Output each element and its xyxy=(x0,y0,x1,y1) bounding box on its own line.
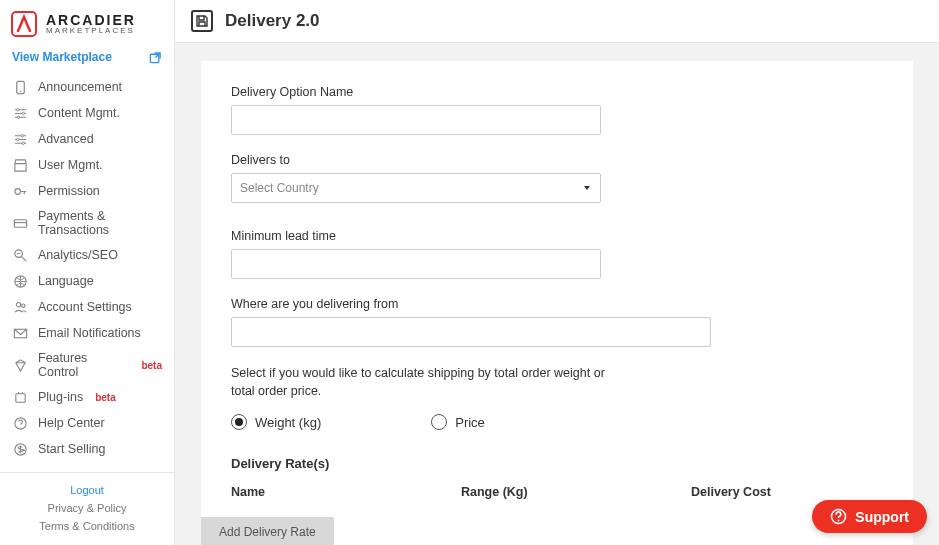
sidebar-item-label: Payments & Transactions xyxy=(38,209,162,237)
delivers-to-select[interactable]: Select Country xyxy=(231,173,601,203)
radio-price[interactable]: Price xyxy=(431,414,485,430)
chevron-down-icon xyxy=(582,183,592,193)
help-icon xyxy=(830,508,847,525)
delivery-option-name-label: Delivery Option Name xyxy=(231,85,883,99)
sidebar-item-account-settings[interactable]: Account Settings xyxy=(0,294,174,320)
support-button[interactable]: Support xyxy=(812,500,927,533)
calc-radio-group: Weight (kg) Price xyxy=(231,414,883,430)
sidebar-item-label: Features Control xyxy=(38,351,129,379)
support-label: Support xyxy=(855,509,909,525)
svg-rect-17 xyxy=(15,393,24,401)
sidebar-item-label: Help Center xyxy=(38,416,105,430)
sidebar-item-announcement[interactable]: Announcement xyxy=(0,74,174,100)
key-icon xyxy=(12,183,28,199)
terms-link[interactable]: Terms & Conditions xyxy=(0,517,174,535)
page-title: Delivery 2.0 xyxy=(225,11,320,31)
sidebar-item-analytics[interactable]: Analytics/SEO xyxy=(0,242,174,268)
sliders-icon xyxy=(12,105,28,121)
sidebar-item-help-center[interactable]: Help Center xyxy=(0,410,174,436)
sidebar-nav: Announcement Content Mgmt. Advanced User… xyxy=(0,74,174,472)
sidebar-item-label: Analytics/SEO xyxy=(38,248,118,262)
svg-point-10 xyxy=(14,188,20,194)
external-link-icon xyxy=(149,51,162,64)
sidebar-item-email-notifications[interactable]: Email Notifications xyxy=(0,320,174,346)
min-lead-time-input[interactable] xyxy=(231,249,601,279)
sidebar-item-label: User Mgmt. xyxy=(38,158,103,172)
delivers-to-label: Delivers to xyxy=(231,153,883,167)
phone-icon xyxy=(12,79,28,95)
sliders-icon xyxy=(12,131,28,147)
brand-logo: ARCADIER MARKETPLACES xyxy=(0,0,174,44)
sidebar-item-advanced[interactable]: Advanced xyxy=(0,126,174,152)
delivery-form-card: Delivery Option Name Delivers to Select … xyxy=(201,61,913,545)
card-icon xyxy=(12,215,28,231)
radio-price-label: Price xyxy=(455,415,485,430)
sidebar: ARCADIER MARKETPLACES View Marketplace A… xyxy=(0,0,175,545)
sidebar-item-label: Advanced xyxy=(38,132,94,146)
svg-point-15 xyxy=(21,303,24,306)
svg-point-14 xyxy=(16,302,20,306)
svg-point-8 xyxy=(16,138,18,140)
svg-point-3 xyxy=(19,90,21,92)
min-lead-time-label: Minimum lead time xyxy=(231,229,883,243)
sidebar-item-features-control[interactable]: Features Control beta xyxy=(0,346,174,384)
sidebar-item-label: Announcement xyxy=(38,80,122,94)
radio-weight-label: Weight (kg) xyxy=(255,415,321,430)
add-delivery-rate-button[interactable]: Add Delivery Rate xyxy=(201,517,334,545)
rates-col-cost: Delivery Cost xyxy=(691,485,883,499)
radio-weight[interactable]: Weight (kg) xyxy=(231,414,321,430)
sidebar-item-user-mgmt[interactable]: User Mgmt. xyxy=(0,152,174,178)
view-marketplace-label: View Marketplace xyxy=(12,50,112,64)
calc-instruction: Select if you would like to calculate sh… xyxy=(231,365,631,400)
svg-point-7 xyxy=(21,134,23,136)
mail-icon xyxy=(12,325,28,341)
dollar-icon xyxy=(12,441,28,457)
plugin-icon xyxy=(12,389,28,405)
sidebar-item-permission[interactable]: Permission xyxy=(0,178,174,204)
rates-col-name: Name xyxy=(231,485,461,499)
delivers-to-placeholder: Select Country xyxy=(240,181,319,195)
page-header: Delivery 2.0 xyxy=(175,0,939,43)
logout-link[interactable]: Logout xyxy=(0,481,174,499)
sidebar-item-label: Start Selling xyxy=(38,442,105,456)
rates-col-range: Range (Kg) xyxy=(461,485,691,499)
delivery-rates-header: Name Range (Kg) Delivery Cost xyxy=(231,485,883,507)
help-icon xyxy=(12,415,28,431)
sidebar-item-label: Content Mgmt. xyxy=(38,106,120,120)
sidebar-item-label: Account Settings xyxy=(38,300,132,314)
save-icon xyxy=(191,10,213,32)
content-scroll[interactable]: Delivery Option Name Delivers to Select … xyxy=(175,43,939,545)
sidebar-item-content-mgmt[interactable]: Content Mgmt. xyxy=(0,100,174,126)
svg-rect-11 xyxy=(14,219,26,227)
brand-mark-icon xyxy=(10,10,38,38)
beta-badge: beta xyxy=(141,360,162,371)
sidebar-item-plugins[interactable]: Plug-ins beta xyxy=(0,384,174,410)
delivery-rates-title: Delivery Rate(s) xyxy=(231,456,883,471)
add-delivery-rate-label: Add Delivery Rate xyxy=(219,525,316,539)
svg-point-9 xyxy=(22,142,24,144)
sidebar-item-language[interactable]: Language xyxy=(0,268,174,294)
svg-point-5 xyxy=(22,112,24,114)
sidebar-item-start-selling[interactable]: Start Selling xyxy=(0,436,174,462)
radio-icon xyxy=(431,414,447,430)
svg-point-4 xyxy=(16,108,18,110)
analytics-icon xyxy=(12,247,28,263)
sidebar-footer: Logout Privacy & Policy Terms & Conditio… xyxy=(0,472,174,545)
globe-icon xyxy=(12,273,28,289)
sidebar-item-label: Permission xyxy=(38,184,100,198)
sidebar-item-label: Email Notifications xyxy=(38,326,141,340)
sidebar-item-label: Language xyxy=(38,274,94,288)
privacy-link[interactable]: Privacy & Policy xyxy=(0,499,174,517)
view-marketplace-link[interactable]: View Marketplace xyxy=(0,44,174,74)
main: Delivery 2.0 Delivery Option Name Delive… xyxy=(175,0,939,545)
radio-icon xyxy=(231,414,247,430)
delivery-option-name-input[interactable] xyxy=(231,105,601,135)
delivering-from-input[interactable] xyxy=(231,317,711,347)
store-icon xyxy=(12,157,28,173)
svg-point-6 xyxy=(17,116,19,118)
brand-name: ARCADIER xyxy=(46,13,136,27)
diamond-icon xyxy=(12,357,28,373)
delivering-from-label: Where are you delivering from xyxy=(231,297,883,311)
beta-badge: beta xyxy=(95,392,116,403)
sidebar-item-payments[interactable]: Payments & Transactions xyxy=(0,204,174,242)
